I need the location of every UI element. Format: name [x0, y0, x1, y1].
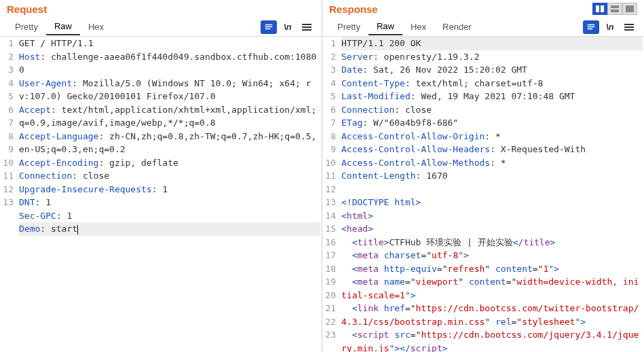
line-number: 4: [3, 77, 14, 90]
line-number: 8: [3, 130, 14, 143]
request-gutter: 12345678910111213: [0, 37, 18, 352]
line-number: 3: [325, 63, 336, 77]
code-line[interactable]: Access-Control-Allow-Headers: X-Requeste…: [341, 143, 643, 156]
newline-icon[interactable]: \n: [602, 20, 618, 34]
line-number: 9: [325, 143, 336, 156]
code-line[interactable]: Connection: close: [341, 103, 643, 117]
response-editor[interactable]: 1234567891011121314151617181920212223 HT…: [322, 37, 644, 352]
request-editor[interactable]: 12345678910111213 GET / HTTP/1.1Host: ch…: [0, 37, 322, 352]
line-number: 22: [325, 315, 336, 329]
newline-icon[interactable]: \n: [280, 20, 296, 34]
line-number: 23: [325, 328, 336, 342]
menu-icon[interactable]: [621, 20, 637, 34]
code-line[interactable]: [341, 183, 643, 196]
request-code[interactable]: GET / HTTP/1.1Host: challenge-aaea06f1f4…: [18, 37, 322, 352]
code-line[interactable]: ETag: W/"60a4b9f8-686": [341, 116, 643, 130]
code-line[interactable]: Access-Control-Allow-Origin: *: [341, 130, 643, 143]
code-line[interactable]: Accept-Language: zh-CN,zh;q=0.8,zh-TW;q=…: [19, 130, 320, 156]
tab-pretty-response[interactable]: Pretty: [329, 19, 368, 35]
request-tabs-bar: Pretty Raw Hex \n: [0, 18, 322, 37]
menu-icon[interactable]: [299, 20, 315, 34]
code-line[interactable]: <meta http-equiv="refresh" content="1">: [341, 262, 643, 276]
tab-hex-request[interactable]: Hex: [80, 19, 112, 35]
line-number: 11: [325, 169, 336, 183]
layout-columns-button[interactable]: [592, 3, 607, 15]
line-number: 1: [3, 37, 14, 50]
code-line[interactable]: Server: openresty/1.19.3.2: [341, 50, 643, 64]
tab-raw-response[interactable]: Raw: [368, 18, 402, 35]
code-line[interactable]: Date: Sat, 26 Nov 2022 15:20:02 GMT: [341, 63, 643, 77]
line-number: 7: [325, 116, 336, 130]
line-number: 15: [325, 222, 336, 236]
line-number: 20: [325, 289, 336, 302]
main-container: Request Pretty Raw Hex \n 12345678910111…: [0, 0, 644, 352]
code-line[interactable]: <meta charset="utf-8">: [341, 249, 643, 262]
code-line[interactable]: Connection: close: [19, 169, 320, 183]
code-line[interactable]: Accept-Encoding: gzip, deflate: [19, 156, 320, 170]
code-line[interactable]: [19, 236, 320, 249]
line-number: 14: [325, 209, 336, 223]
code-line[interactable]: Demo: start: [19, 222, 320, 236]
tab-render-response[interactable]: Render: [434, 19, 480, 35]
svg-rect-15: [624, 27, 634, 28]
layout-rows-button[interactable]: [607, 3, 622, 15]
code-line[interactable]: <meta name="viewport" content="width=dev…: [341, 275, 643, 302]
code-line[interactable]: <title>CTFHub 环境实验 | 开始实验</title>: [341, 236, 643, 249]
response-code[interactable]: HTTP/1.1 200 OKServer: openresty/1.19.3.…: [340, 37, 644, 352]
line-number: 1: [325, 37, 336, 50]
line-number: 10: [3, 156, 14, 170]
line-number: 10: [325, 156, 336, 170]
wrap-icon[interactable]: [261, 20, 277, 34]
line-number: 5: [325, 90, 336, 103]
code-line[interactable]: <script src="https://cdn.bootcss.com/jqu…: [341, 328, 643, 352]
code-line[interactable]: GET / HTTP/1.1: [19, 37, 320, 50]
svg-rect-12: [588, 27, 595, 28]
svg-rect-4: [302, 27, 311, 28]
code-line[interactable]: HTTP/1.1 200 OK: [341, 37, 643, 50]
cursor: [77, 225, 78, 234]
code-line[interactable]: Last-Modified: Wed, 19 May 2021 07:10:48…: [341, 90, 643, 103]
code-line[interactable]: Access-Control-Allow-Methods: *: [341, 156, 643, 170]
code-line[interactable]: Host: challenge-aaea06f1f440d049.sandbox…: [19, 50, 320, 77]
request-pane: Request Pretty Raw Hex \n 12345678910111…: [0, 0, 322, 352]
code-line[interactable]: Content-Length: 1670: [341, 169, 643, 183]
svg-rect-3: [302, 24, 311, 25]
line-number: 6: [325, 103, 336, 117]
wrap-icon[interactable]: [583, 20, 599, 34]
line-number: 13: [325, 196, 336, 209]
code-line[interactable]: <html>: [341, 209, 643, 223]
response-header: Response: [322, 0, 644, 18]
line-number: 18: [325, 262, 336, 276]
code-line[interactable]: User-Agent: Mozilla/5.0 (Windows NT 10.0…: [19, 77, 320, 103]
tab-pretty-request[interactable]: Pretty: [7, 19, 46, 35]
response-pane: Response Pretty Raw Hex Render \n 123456…: [322, 0, 644, 352]
response-title: Response: [329, 3, 592, 15]
code-line[interactable]: <link href="https://cdn.bootcss.com/twit…: [341, 302, 643, 328]
code-line[interactable]: Content-Type: text/html; charset=utf-8: [341, 77, 643, 90]
svg-rect-6: [596, 5, 599, 12]
line-number: 8: [325, 130, 336, 143]
line-number: 12: [325, 183, 336, 196]
svg-rect-5: [302, 29, 311, 31]
request-title: Request: [7, 3, 315, 15]
code-line[interactable]: Accept: text/html,application/xhtml+xml,…: [19, 103, 320, 130]
svg-rect-16: [624, 29, 634, 31]
svg-rect-0: [265, 24, 273, 26]
code-line[interactable]: DNT: 1: [19, 196, 320, 209]
line-number: 6: [3, 103, 14, 117]
code-line[interactable]: Sec-GPC: 1: [19, 209, 320, 223]
line-number: 16: [325, 236, 336, 249]
code-line[interactable]: Upgrade-Insecure-Requests: 1: [19, 183, 320, 196]
svg-rect-9: [611, 10, 619, 12]
tab-hex-response[interactable]: Hex: [402, 19, 434, 35]
request-header: Request: [0, 0, 322, 18]
tab-raw-request[interactable]: Raw: [46, 18, 80, 35]
line-number: 17: [325, 249, 336, 262]
code-line[interactable]: <head>: [341, 222, 643, 236]
layout-single-button[interactable]: [622, 3, 637, 15]
svg-rect-13: [588, 29, 593, 30]
line-number: 11: [3, 169, 14, 183]
code-line[interactable]: <!DOCTYPE html>: [341, 196, 643, 209]
line-number: 3: [3, 63, 14, 77]
code-line[interactable]: [19, 249, 320, 262]
